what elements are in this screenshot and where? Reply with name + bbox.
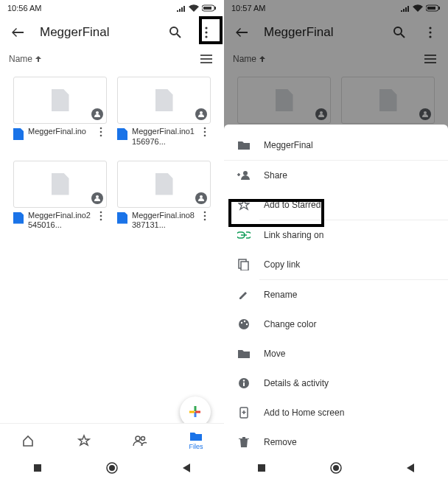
svg-point-13 xyxy=(204,131,206,133)
nav-shared[interactable] xyxy=(112,424,168,457)
nav-starred[interactable] xyxy=(56,424,112,457)
sys-recent-button[interactable] xyxy=(31,461,44,475)
sheet-add-starred[interactable]: Add to Starred xyxy=(224,190,448,220)
nav-files[interactable]: Files xyxy=(168,424,224,457)
view-toggle-button[interactable] xyxy=(421,50,439,68)
sys-back-button[interactable] xyxy=(180,461,193,475)
battery-icon xyxy=(202,4,217,12)
sys-recent-button[interactable] xyxy=(255,461,268,475)
file-more-button[interactable] xyxy=(199,211,211,221)
svg-point-48 xyxy=(244,321,245,322)
screen-right: 10:57 AM MeggerFinal Name MeggerFinal.in… xyxy=(224,0,448,479)
svg-point-23 xyxy=(136,436,140,441)
more-vert-icon xyxy=(424,26,437,39)
file-name: MeggerFinal.ino1156976... xyxy=(132,127,195,147)
app-bar: MeggerFinal xyxy=(0,16,224,49)
sort-label: Name xyxy=(9,54,32,64)
sheet-share-label: Share xyxy=(264,170,287,181)
status-icons xyxy=(401,4,441,12)
nav-home[interactable] xyxy=(0,424,56,457)
sys-home-button[interactable] xyxy=(329,461,343,475)
back-button[interactable] xyxy=(4,19,31,46)
info-icon xyxy=(237,377,251,390)
svg-point-21 xyxy=(204,214,206,217)
star-outline-icon xyxy=(237,198,251,211)
file-card[interactable]: MeggerFinal.ino2545016... xyxy=(13,161,107,234)
file-name: MeggerFinal.ino8387131... xyxy=(132,211,195,231)
file-type-icon xyxy=(13,212,24,224)
folder-icon xyxy=(189,431,203,441)
back-button[interactable] xyxy=(228,19,255,46)
search-button[interactable] xyxy=(162,19,189,46)
sheet-remove-label: Remove xyxy=(264,437,297,447)
file-more-button[interactable] xyxy=(199,127,211,137)
file-type-icon xyxy=(117,128,127,140)
list-icon xyxy=(200,54,212,64)
system-nav xyxy=(0,457,224,479)
svg-point-12 xyxy=(204,127,206,130)
svg-rect-45 xyxy=(241,262,248,270)
svg-point-16 xyxy=(100,211,102,213)
document-icon xyxy=(155,173,173,195)
svg-point-24 xyxy=(141,436,145,440)
file-type-icon xyxy=(117,212,127,224)
more-vert-icon xyxy=(200,26,213,39)
file-card[interactable]: MeggerFinal.ino8387131... xyxy=(117,161,211,234)
svg-point-18 xyxy=(100,218,102,220)
svg-rect-1 xyxy=(214,7,216,10)
sys-back-button[interactable] xyxy=(404,461,417,475)
sheet-remove[interactable]: Remove xyxy=(224,427,448,457)
svg-point-35 xyxy=(320,111,323,114)
svg-point-20 xyxy=(204,211,206,213)
wifi-icon xyxy=(189,4,199,12)
sheet-change-color[interactable]: Change color xyxy=(224,310,448,339)
document-icon xyxy=(379,89,397,111)
sheet-link-sharing-label: Link sharing on xyxy=(264,230,323,240)
arrow-up-icon xyxy=(259,55,266,63)
sort-label: Name xyxy=(233,54,256,64)
svg-point-7 xyxy=(96,111,99,114)
copy-icon xyxy=(237,258,251,271)
file-card[interactable]: MeggerFinal.ino1156976... xyxy=(117,77,211,150)
svg-point-56 xyxy=(333,465,339,471)
sheet-add-home[interactable]: Add to Home screen xyxy=(224,398,448,427)
file-more-button[interactable] xyxy=(95,211,107,221)
svg-rect-30 xyxy=(427,7,435,10)
file-more-button[interactable] xyxy=(95,127,107,137)
sheet-copy-link[interactable]: Copy link xyxy=(224,250,448,279)
svg-point-10 xyxy=(100,135,102,137)
view-toggle-button[interactable] xyxy=(197,50,215,68)
svg-rect-2 xyxy=(203,7,211,10)
files-grid: MeggerFinal.ino MeggerFinal.ino1156976..… xyxy=(0,69,224,241)
file-card[interactable]: MeggerFinal.ino xyxy=(13,77,107,150)
document-icon xyxy=(52,89,69,111)
svg-point-14 xyxy=(204,135,206,137)
signal-icon xyxy=(177,4,186,12)
sort-button[interactable]: Name xyxy=(9,54,42,64)
sheet-starred-label: Add to Starred xyxy=(264,200,321,210)
search-button[interactable] xyxy=(386,19,413,46)
sheet-share[interactable]: Share xyxy=(224,161,448,190)
system-nav xyxy=(224,457,448,479)
document-icon xyxy=(155,89,173,111)
status-bar: 10:57 AM xyxy=(224,0,448,16)
screen-left: 10:56 AM MeggerFinal Name MeggerFinal xyxy=(0,0,224,479)
svg-point-3 xyxy=(170,27,178,35)
arrow-left-icon xyxy=(10,25,25,40)
more-options-button[interactable] xyxy=(417,19,444,46)
sheet-details[interactable]: Details & activity xyxy=(224,368,448,398)
file-thumb xyxy=(237,77,331,124)
status-icons xyxy=(177,4,217,12)
sheet-move[interactable]: Move xyxy=(224,339,448,368)
sheet-link-sharing[interactable]: Link sharing on xyxy=(224,220,448,250)
more-options-button[interactable] xyxy=(193,19,220,46)
file-type-icon xyxy=(13,128,24,140)
shared-badge-icon xyxy=(195,192,207,204)
sys-home-button[interactable] xyxy=(105,461,119,475)
sort-button[interactable]: Name xyxy=(233,54,266,64)
wifi-icon xyxy=(413,4,423,12)
file-thumb xyxy=(13,77,107,124)
sheet-rename[interactable]: Rename xyxy=(224,280,448,310)
battery-icon xyxy=(426,4,441,12)
sheet-add-home-label: Add to Home screen xyxy=(264,408,344,418)
